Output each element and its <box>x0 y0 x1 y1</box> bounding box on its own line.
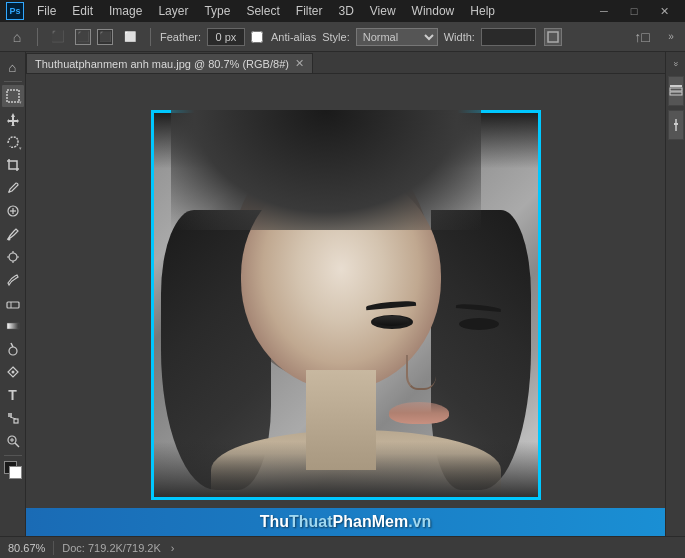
tool-marquee[interactable]: ▾ <box>2 85 24 107</box>
tool-eraser[interactable] <box>2 292 24 314</box>
tab-close-button[interactable]: ✕ <box>295 57 304 70</box>
menu-filter[interactable]: Filter <box>289 2 330 20</box>
tool-dodge[interactable] <box>2 338 24 360</box>
portrait-image <box>151 110 541 500</box>
maximize-button[interactable]: □ <box>619 0 649 22</box>
width-input[interactable] <box>481 28 536 46</box>
options-bar: ⌂ ⬛ ⬛ ⬛ ⬜ Feather: Anti-alias Style: Nor… <box>0 22 685 52</box>
tool-pen[interactable] <box>2 361 24 383</box>
tool-clone[interactable] <box>2 246 24 268</box>
svg-point-8 <box>9 253 17 261</box>
menu-file[interactable]: File <box>30 2 63 20</box>
menu-help[interactable]: Help <box>463 2 502 20</box>
menu-bar: File Edit Image Layer Type Select Filter… <box>30 2 502 20</box>
tool-path[interactable] <box>2 407 24 429</box>
close-button[interactable]: ✕ <box>649 0 679 22</box>
document-size: Doc: 719.2K/719.2K <box>62 542 160 554</box>
double-chevron-icon[interactable]: » <box>668 56 684 72</box>
home-icon[interactable]: ⌂ <box>6 26 28 48</box>
status-bar: 80.67% Doc: 719.2K/719.2K › <box>0 536 685 558</box>
tool-text[interactable]: T <box>2 384 24 406</box>
zoom-level: 80.67% <box>8 542 45 554</box>
title-bar-right: ─ □ ✕ <box>589 0 679 22</box>
svg-marker-2 <box>7 113 19 126</box>
brow-right <box>455 303 500 312</box>
svg-line-23 <box>15 443 19 447</box>
menu-edit[interactable]: Edit <box>65 2 100 20</box>
menu-window[interactable]: Window <box>405 2 462 20</box>
toolbar: ⌂ ▾ ▾ <box>0 52 26 536</box>
svg-rect-27 <box>670 92 682 95</box>
menu-view[interactable]: View <box>363 2 403 20</box>
tool-colors[interactable] <box>2 459 24 481</box>
hair-right <box>431 210 531 490</box>
tool-gradient[interactable] <box>2 315 24 337</box>
hair-top <box>171 110 481 230</box>
layers-panel-btn[interactable] <box>668 76 684 106</box>
svg-rect-20 <box>14 419 18 423</box>
rect-option1[interactable] <box>544 28 562 46</box>
svg-rect-0 <box>548 32 558 42</box>
tool-history-brush[interactable] <box>2 269 24 291</box>
main-area: ⌂ ▾ ▾ <box>0 52 685 536</box>
menu-3d[interactable]: 3D <box>331 2 360 20</box>
svg-rect-1 <box>7 90 19 102</box>
svg-rect-15 <box>7 323 19 329</box>
menu-type[interactable]: Type <box>197 2 237 20</box>
style-label: Style: <box>322 31 350 43</box>
active-tab[interactable]: Thuthuatphanmem anh mau.jpg @ 80.7% (RGB… <box>26 53 313 73</box>
antialias-checkbox[interactable] <box>251 31 263 43</box>
menu-select[interactable]: Select <box>239 2 286 20</box>
svg-line-21 <box>10 417 16 419</box>
feather-label: Feather: <box>160 31 201 43</box>
tab-title: Thuthuatphanmem anh mau.jpg @ 80.7% (RGB… <box>35 58 289 70</box>
svg-rect-13 <box>7 302 19 308</box>
marquee-mode2-icon[interactable]: ⬛ <box>75 29 91 45</box>
double-arrow-icon[interactable]: » <box>663 29 679 45</box>
title-bar-left: Ps File Edit Image Layer Type Select Fil… <box>6 2 502 20</box>
lips <box>389 402 449 424</box>
svg-point-18 <box>11 371 14 374</box>
right-panel: » <box>665 52 685 536</box>
watermark-bar: ThuThuatPhanMem.vn <box>26 508 665 536</box>
style-select[interactable]: Normal Fixed Ratio Fixed Size <box>356 28 438 46</box>
tool-zoom[interactable] <box>2 430 24 452</box>
nose <box>406 355 436 390</box>
minimize-button[interactable]: ─ <box>589 0 619 22</box>
canvas-area: Thuthuatphanmem anh mau.jpg @ 80.7% (RGB… <box>26 52 665 536</box>
canvas-image <box>151 110 541 500</box>
opt-sep1 <box>37 28 38 46</box>
svg-rect-19 <box>8 413 12 417</box>
status-arrow-icon: › <box>171 542 175 554</box>
neck <box>306 370 376 470</box>
upload-icon[interactable]: ↑□ <box>631 26 653 48</box>
width-label: Width: <box>444 31 475 43</box>
tool-eyedropper[interactable] <box>2 177 24 199</box>
title-bar: Ps File Edit Image Layer Type Select Fil… <box>0 0 685 22</box>
marquee-mode-icon[interactable]: ⬛ <box>47 26 69 48</box>
eye-right <box>459 318 499 330</box>
svg-line-17 <box>11 343 13 347</box>
antialias-label: Anti-alias <box>271 31 316 43</box>
tool-brush[interactable] <box>2 223 24 245</box>
menu-layer[interactable]: Layer <box>151 2 195 20</box>
marquee-mode3-icon[interactable]: ⬛ <box>97 29 113 45</box>
tool-move[interactable] <box>2 108 24 130</box>
canvas-container <box>26 74 665 536</box>
menu-image[interactable]: Image <box>102 2 149 20</box>
ps-logo: Ps <box>6 2 24 20</box>
tool-home[interactable]: ⌂ <box>2 56 24 78</box>
svg-rect-31 <box>674 123 678 125</box>
tool-heal[interactable] <box>2 200 24 222</box>
adjustments-panel-btn[interactable] <box>668 110 684 140</box>
svg-rect-28 <box>670 85 682 87</box>
svg-point-16 <box>9 347 17 355</box>
tool-crop[interactable] <box>2 154 24 176</box>
eye-left <box>371 315 413 329</box>
marquee-mode4-icon[interactable]: ⬜ <box>119 26 141 48</box>
tool-lasso[interactable]: ▾ <box>2 131 24 153</box>
svg-point-7 <box>7 238 10 241</box>
feather-input[interactable] <box>207 28 245 46</box>
svg-rect-26 <box>670 88 682 91</box>
opt-sep2 <box>150 28 151 46</box>
